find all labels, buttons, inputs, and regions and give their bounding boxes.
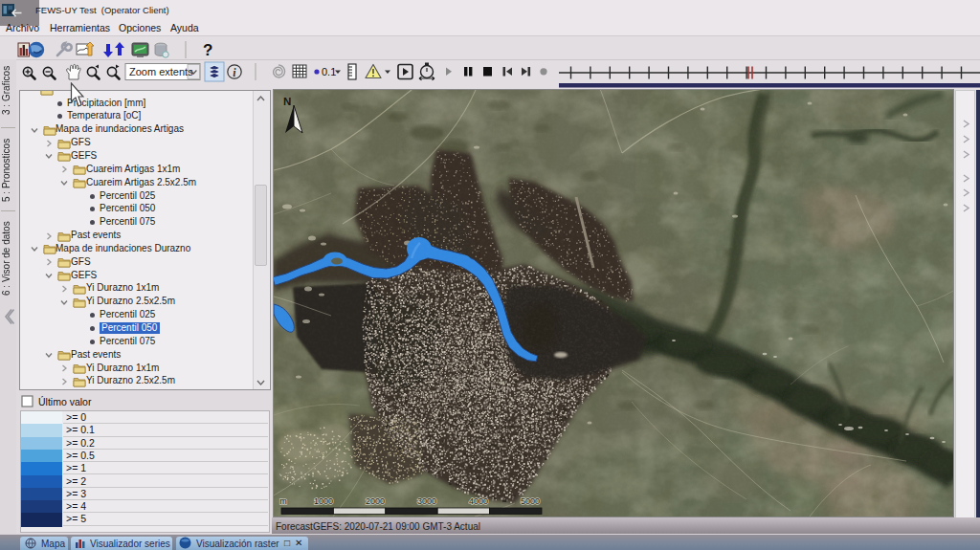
svg-text:1000: 1000 — [314, 496, 333, 506]
svg-text:3000: 3000 — [417, 496, 436, 506]
svg-text:Zoom extents: Zoom extents — [129, 66, 193, 77]
svg-text:i: i — [233, 66, 236, 79]
svg-text:5000: 5000 — [521, 496, 540, 506]
svg-text:?: ? — [203, 41, 212, 59]
svg-text:4000: 4000 — [469, 496, 488, 506]
svg-text:m: m — [279, 496, 287, 506]
svg-text:N: N — [283, 96, 291, 107]
svg-text:2000: 2000 — [366, 496, 385, 506]
svg-text:0.1: 0.1 — [322, 66, 336, 77]
